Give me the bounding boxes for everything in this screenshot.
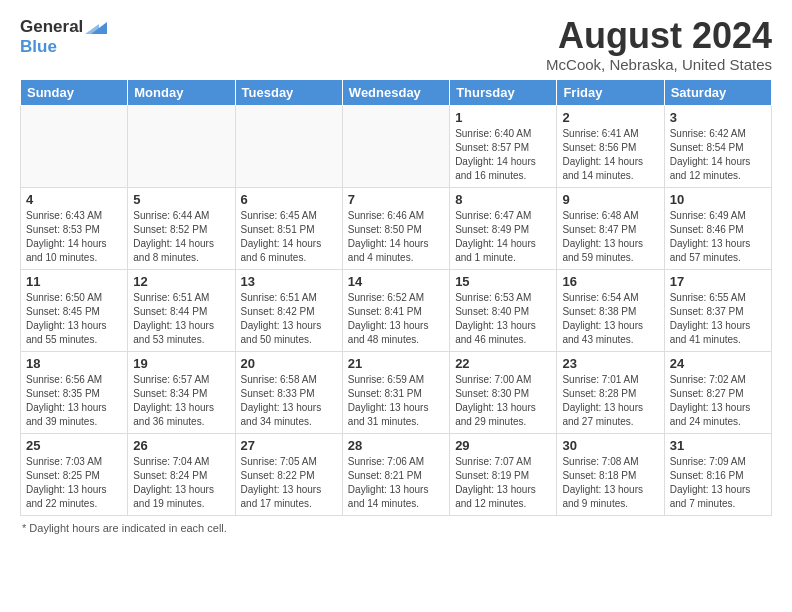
day-info: Sunrise: 7:05 AM Sunset: 8:22 PM Dayligh… [241, 455, 337, 511]
col-header-tuesday: Tuesday [235, 79, 342, 105]
day-number: 27 [241, 438, 337, 453]
day-info: Sunrise: 6:57 AM Sunset: 8:34 PM Dayligh… [133, 373, 229, 429]
day-number: 31 [670, 438, 766, 453]
day-number: 4 [26, 192, 122, 207]
calendar-cell: 22Sunrise: 7:00 AM Sunset: 8:30 PM Dayli… [450, 351, 557, 433]
logo-triangle-icon [85, 16, 107, 38]
calendar-week-3: 11Sunrise: 6:50 AM Sunset: 8:45 PM Dayli… [21, 269, 772, 351]
day-info: Sunrise: 6:45 AM Sunset: 8:51 PM Dayligh… [241, 209, 337, 265]
calendar-cell: 28Sunrise: 7:06 AM Sunset: 8:21 PM Dayli… [342, 433, 449, 515]
day-info: Sunrise: 6:42 AM Sunset: 8:54 PM Dayligh… [670, 127, 766, 183]
day-number: 25 [26, 438, 122, 453]
day-info: Sunrise: 6:54 AM Sunset: 8:38 PM Dayligh… [562, 291, 658, 347]
day-number: 24 [670, 356, 766, 371]
day-number: 15 [455, 274, 551, 289]
day-number: 2 [562, 110, 658, 125]
calendar-cell: 3Sunrise: 6:42 AM Sunset: 8:54 PM Daylig… [664, 105, 771, 187]
col-header-wednesday: Wednesday [342, 79, 449, 105]
day-number: 3 [670, 110, 766, 125]
day-info: Sunrise: 6:48 AM Sunset: 8:47 PM Dayligh… [562, 209, 658, 265]
calendar-cell [235, 105, 342, 187]
day-info: Sunrise: 6:43 AM Sunset: 8:53 PM Dayligh… [26, 209, 122, 265]
day-number: 28 [348, 438, 444, 453]
day-number: 22 [455, 356, 551, 371]
calendar-cell: 14Sunrise: 6:52 AM Sunset: 8:41 PM Dayli… [342, 269, 449, 351]
day-number: 13 [241, 274, 337, 289]
calendar-cell: 26Sunrise: 7:04 AM Sunset: 8:24 PM Dayli… [128, 433, 235, 515]
day-number: 26 [133, 438, 229, 453]
day-number: 23 [562, 356, 658, 371]
col-header-friday: Friday [557, 79, 664, 105]
day-info: Sunrise: 7:02 AM Sunset: 8:27 PM Dayligh… [670, 373, 766, 429]
calendar-cell: 24Sunrise: 7:02 AM Sunset: 8:27 PM Dayli… [664, 351, 771, 433]
day-number: 17 [670, 274, 766, 289]
calendar-cell: 5Sunrise: 6:44 AM Sunset: 8:52 PM Daylig… [128, 187, 235, 269]
logo: General Blue [20, 16, 107, 56]
calendar-cell: 13Sunrise: 6:51 AM Sunset: 8:42 PM Dayli… [235, 269, 342, 351]
day-number: 1 [455, 110, 551, 125]
calendar-cell: 19Sunrise: 6:57 AM Sunset: 8:34 PM Dayli… [128, 351, 235, 433]
day-number: 5 [133, 192, 229, 207]
calendar-cell: 27Sunrise: 7:05 AM Sunset: 8:22 PM Dayli… [235, 433, 342, 515]
day-number: 7 [348, 192, 444, 207]
day-info: Sunrise: 6:44 AM Sunset: 8:52 PM Dayligh… [133, 209, 229, 265]
day-number: 9 [562, 192, 658, 207]
footer-note-text: Daylight hours [29, 522, 99, 534]
day-number: 11 [26, 274, 122, 289]
calendar-cell: 30Sunrise: 7:08 AM Sunset: 8:18 PM Dayli… [557, 433, 664, 515]
logo-general-text: General [20, 18, 83, 37]
day-info: Sunrise: 6:58 AM Sunset: 8:33 PM Dayligh… [241, 373, 337, 429]
day-info: Sunrise: 7:01 AM Sunset: 8:28 PM Dayligh… [562, 373, 658, 429]
calendar-cell: 23Sunrise: 7:01 AM Sunset: 8:28 PM Dayli… [557, 351, 664, 433]
day-info: Sunrise: 6:46 AM Sunset: 8:50 PM Dayligh… [348, 209, 444, 265]
day-info: Sunrise: 6:56 AM Sunset: 8:35 PM Dayligh… [26, 373, 122, 429]
day-number: 30 [562, 438, 658, 453]
calendar-week-2: 4Sunrise: 6:43 AM Sunset: 8:53 PM Daylig… [21, 187, 772, 269]
day-info: Sunrise: 6:41 AM Sunset: 8:56 PM Dayligh… [562, 127, 658, 183]
day-info: Sunrise: 6:40 AM Sunset: 8:57 PM Dayligh… [455, 127, 551, 183]
day-info: Sunrise: 7:06 AM Sunset: 8:21 PM Dayligh… [348, 455, 444, 511]
day-info: Sunrise: 6:47 AM Sunset: 8:49 PM Dayligh… [455, 209, 551, 265]
day-info: Sunrise: 7:09 AM Sunset: 8:16 PM Dayligh… [670, 455, 766, 511]
day-number: 6 [241, 192, 337, 207]
calendar-cell: 31Sunrise: 7:09 AM Sunset: 8:16 PM Dayli… [664, 433, 771, 515]
day-info: Sunrise: 6:49 AM Sunset: 8:46 PM Dayligh… [670, 209, 766, 265]
calendar-cell: 8Sunrise: 6:47 AM Sunset: 8:49 PM Daylig… [450, 187, 557, 269]
day-info: Sunrise: 6:50 AM Sunset: 8:45 PM Dayligh… [26, 291, 122, 347]
subtitle: McCook, Nebraska, United States [546, 56, 772, 73]
day-number: 14 [348, 274, 444, 289]
day-info: Sunrise: 7:08 AM Sunset: 8:18 PM Dayligh… [562, 455, 658, 511]
day-number: 10 [670, 192, 766, 207]
calendar-cell [342, 105, 449, 187]
calendar-cell: 20Sunrise: 6:58 AM Sunset: 8:33 PM Dayli… [235, 351, 342, 433]
day-number: 29 [455, 438, 551, 453]
col-header-monday: Monday [128, 79, 235, 105]
day-info: Sunrise: 6:52 AM Sunset: 8:41 PM Dayligh… [348, 291, 444, 347]
calendar-cell: 4Sunrise: 6:43 AM Sunset: 8:53 PM Daylig… [21, 187, 128, 269]
calendar-cell [128, 105, 235, 187]
col-header-thursday: Thursday [450, 79, 557, 105]
calendar-cell: 16Sunrise: 6:54 AM Sunset: 8:38 PM Dayli… [557, 269, 664, 351]
logo-blue-text: Blue [20, 37, 57, 56]
calendar-week-1: 1Sunrise: 6:40 AM Sunset: 8:57 PM Daylig… [21, 105, 772, 187]
calendar-cell: 6Sunrise: 6:45 AM Sunset: 8:51 PM Daylig… [235, 187, 342, 269]
main-title: August 2024 [546, 16, 772, 56]
day-number: 20 [241, 356, 337, 371]
svg-marker-1 [85, 24, 99, 34]
col-header-sunday: Sunday [21, 79, 128, 105]
day-info: Sunrise: 7:04 AM Sunset: 8:24 PM Dayligh… [133, 455, 229, 511]
calendar-cell: 10Sunrise: 6:49 AM Sunset: 8:46 PM Dayli… [664, 187, 771, 269]
day-info: Sunrise: 7:03 AM Sunset: 8:25 PM Dayligh… [26, 455, 122, 511]
page: General Blue August 2024 McCook, Nebrask… [0, 0, 792, 544]
header: General Blue August 2024 McCook, Nebrask… [20, 16, 772, 73]
day-number: 8 [455, 192, 551, 207]
day-number: 12 [133, 274, 229, 289]
calendar-week-5: 25Sunrise: 7:03 AM Sunset: 8:25 PM Dayli… [21, 433, 772, 515]
calendar-cell: 15Sunrise: 6:53 AM Sunset: 8:40 PM Dayli… [450, 269, 557, 351]
calendar-cell: 18Sunrise: 6:56 AM Sunset: 8:35 PM Dayli… [21, 351, 128, 433]
footer-note: * Daylight hours are indicated in each c… [20, 522, 772, 534]
day-number: 16 [562, 274, 658, 289]
calendar-cell: 11Sunrise: 6:50 AM Sunset: 8:45 PM Dayli… [21, 269, 128, 351]
calendar-cell: 21Sunrise: 6:59 AM Sunset: 8:31 PM Dayli… [342, 351, 449, 433]
day-info: Sunrise: 6:53 AM Sunset: 8:40 PM Dayligh… [455, 291, 551, 347]
